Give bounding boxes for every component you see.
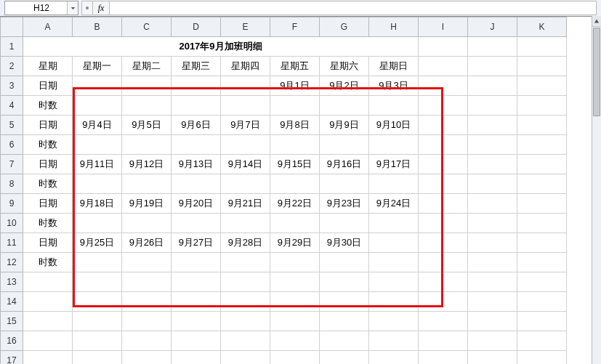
cell[interactable] (320, 96, 369, 116)
scroll-up-button[interactable] (592, 16, 601, 27)
cell-date[interactable]: 9月28日 (221, 233, 270, 253)
cell[interactable] (122, 253, 172, 272)
cell[interactable] (468, 116, 517, 135)
row-header-6[interactable]: 6 (1, 135, 23, 155)
cell[interactable] (73, 331, 122, 351)
cell[interactable] (419, 76, 468, 96)
cell[interactable] (517, 351, 567, 365)
label-date[interactable]: 日期 (23, 155, 73, 174)
cell[interactable] (172, 253, 221, 272)
cell[interactable] (172, 96, 221, 116)
cell[interactable] (221, 135, 270, 155)
cell[interactable] (369, 174, 419, 194)
cell[interactable] (369, 253, 419, 272)
cell-weekday[interactable]: 星期三 (172, 57, 221, 76)
col-header-B[interactable]: B (73, 17, 122, 37)
cell[interactable] (369, 214, 419, 233)
cell[interactable] (270, 135, 320, 155)
cell[interactable] (172, 312, 221, 331)
cell[interactable] (369, 331, 419, 351)
cell[interactable] (122, 292, 172, 312)
cell[interactable] (320, 331, 369, 351)
row-header-17[interactable]: 17 (1, 351, 23, 365)
cell-date[interactable]: 9月13日 (172, 155, 221, 174)
cell[interactable] (221, 331, 270, 351)
cell[interactable] (320, 214, 369, 233)
cell[interactable] (320, 253, 369, 272)
cell-date[interactable]: 9月29日 (270, 233, 320, 253)
col-header-G[interactable]: G (320, 17, 369, 37)
cell-date[interactable] (172, 76, 221, 96)
cell[interactable] (468, 292, 517, 312)
formula-expand-icon[interactable] (81, 1, 92, 15)
cell[interactable] (122, 331, 172, 351)
cell[interactable] (468, 96, 517, 116)
cell[interactable] (320, 135, 369, 155)
cell[interactable] (468, 253, 517, 272)
cell[interactable] (517, 76, 567, 96)
col-header-A[interactable]: A (23, 17, 73, 37)
name-box-dropdown[interactable] (67, 1, 78, 15)
cell[interactable] (419, 351, 468, 365)
cell[interactable] (517, 37, 567, 57)
col-header-E[interactable]: E (221, 17, 270, 37)
cell-date[interactable]: 9月25日 (73, 233, 122, 253)
cell[interactable] (468, 272, 517, 292)
cell[interactable] (73, 272, 122, 292)
cell[interactable] (221, 272, 270, 292)
cell-date[interactable]: 9月21日 (221, 194, 270, 214)
cell-date[interactable]: 9月23日 (320, 194, 369, 214)
cell-date[interactable]: 9月5日 (122, 116, 172, 135)
cell[interactable] (172, 331, 221, 351)
cell[interactable] (419, 96, 468, 116)
formula-input[interactable] (109, 1, 597, 15)
row-header-2[interactable]: 2 (1, 57, 23, 76)
cell[interactable] (221, 174, 270, 194)
cell[interactable] (468, 155, 517, 174)
cell[interactable] (221, 312, 270, 331)
label-date[interactable]: 日期 (23, 233, 73, 253)
cell[interactable] (517, 135, 567, 155)
row-header-16[interactable]: 16 (1, 331, 23, 351)
cell[interactable] (419, 155, 468, 174)
cell[interactable] (517, 57, 567, 76)
cell[interactable] (517, 272, 567, 292)
cell[interactable] (419, 174, 468, 194)
col-header-D[interactable]: D (172, 17, 221, 37)
cell[interactable] (270, 351, 320, 365)
cell[interactable] (419, 272, 468, 292)
cell-date[interactable]: 9月10日 (369, 116, 419, 135)
label-hours[interactable]: 时数 (23, 135, 73, 155)
cell-weekday[interactable]: 星期五 (270, 57, 320, 76)
cell[interactable] (270, 292, 320, 312)
cell-date[interactable]: 9月6日 (172, 116, 221, 135)
cell[interactable] (369, 351, 419, 365)
cell[interactable] (73, 351, 122, 365)
cell[interactable] (468, 233, 517, 253)
cell[interactable] (369, 312, 419, 331)
cell[interactable] (221, 351, 270, 365)
label-hours[interactable]: 时数 (23, 174, 73, 194)
col-header-H[interactable]: H (369, 17, 419, 37)
cell[interactable] (320, 272, 369, 292)
cell[interactable] (320, 351, 369, 365)
cell[interactable] (517, 292, 567, 312)
cell[interactable] (73, 312, 122, 331)
label-date[interactable]: 日期 (23, 194, 73, 214)
cell-date[interactable]: 9月24日 (369, 194, 419, 214)
cell-date[interactable]: 9月8日 (270, 116, 320, 135)
cell[interactable] (419, 135, 468, 155)
col-header-I[interactable]: I (419, 17, 468, 37)
cell[interactable] (419, 253, 468, 272)
cell[interactable] (270, 174, 320, 194)
cell-date[interactable] (221, 76, 270, 96)
cell[interactable] (419, 292, 468, 312)
cell[interactable] (517, 312, 567, 331)
cell[interactable] (369, 292, 419, 312)
cell-date[interactable]: 9月22日 (270, 194, 320, 214)
cell[interactable] (517, 214, 567, 233)
row-header-12[interactable]: 12 (1, 253, 23, 272)
cell[interactable] (419, 214, 468, 233)
cell[interactable] (73, 174, 122, 194)
cell[interactable] (122, 312, 172, 331)
